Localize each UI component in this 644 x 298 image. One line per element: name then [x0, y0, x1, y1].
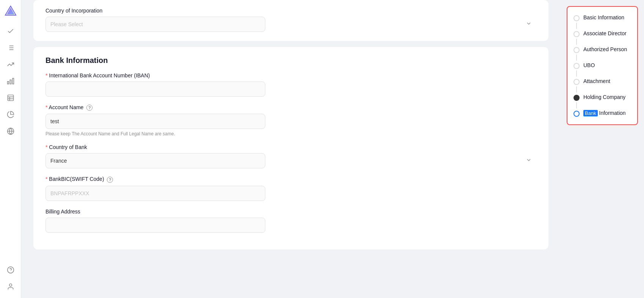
nav-radio-holding-company [573, 95, 580, 101]
form-area: Country of Incorporation Please Select B… [21, 0, 561, 298]
bank-information-card: Bank Information International Bank Acco… [33, 47, 548, 249]
nav-connector-6 [576, 102, 577, 108]
nav-label-attachment: Attachment [583, 78, 610, 84]
app-logo[interactable] [4, 5, 17, 18]
nav-item-ubo[interactable]: UBO [573, 61, 631, 71]
nav-item-bank-information[interactable]: Bank Information [573, 108, 631, 118]
account-name-help-icon[interactable]: ? [86, 105, 92, 111]
nav-radio-associate-director [573, 31, 580, 37]
account-name-field-group: Account Name ? Please keep The Account N… [45, 104, 536, 136]
bank-info-title: Bank Information [45, 56, 536, 65]
nav-label-associate-director: Associate Director [583, 30, 627, 36]
billing-address-label: Billing Address [45, 209, 536, 215]
nav-item-associate-director[interactable]: Associate Director [573, 29, 631, 39]
svg-rect-11 [8, 95, 13, 101]
country-bank-label: Country of Bank [45, 144, 536, 150]
country-bank-select-wrapper: France [45, 153, 536, 168]
country-bank-field-group: Country of Bank France [45, 144, 536, 168]
bic-field-group: BankBIC(SWIFT Code) ? [45, 176, 536, 201]
user-nav-icon[interactable] [4, 280, 17, 293]
svg-rect-8 [13, 78, 14, 84]
billing-address-field-group: Billing Address [45, 209, 536, 233]
nav-connector-1 [576, 23, 577, 29]
nav-item-holding-company[interactable]: Holding Company [573, 93, 631, 102]
nav-item-basic-info[interactable]: Basic Information [573, 13, 631, 23]
help-nav-icon[interactable] [4, 263, 17, 277]
nav-radio-attachment [573, 79, 580, 85]
iban-input[interactable] [45, 82, 265, 97]
nav-item-authorized-person[interactable]: Authorized Person [573, 45, 631, 55]
svg-rect-9 [10, 80, 11, 84]
nav-radio-basic-info [573, 15, 580, 21]
iban-field-group: International Bank Account Number (IBAN) [45, 72, 536, 97]
right-nav-card: Basic Information Associate Director Aut… [567, 6, 638, 125]
country-bank-select[interactable]: France [45, 153, 265, 168]
main-area: Country of Incorporation Please Select B… [21, 0, 644, 298]
nav-label-basic-info: Basic Information [583, 14, 624, 20]
country-incorporation-card: Country of Incorporation Please Select [33, 0, 548, 41]
country-incorporation-chevron-icon [526, 20, 532, 28]
check-nav-icon[interactable] [4, 24, 17, 38]
globe-nav-icon[interactable] [4, 124, 17, 138]
sidebar [0, 0, 21, 298]
nav-connector-5 [576, 86, 577, 93]
nav-radio-bank-information [573, 111, 580, 117]
nav-label-ubo: UBO [583, 62, 595, 68]
pie-chart-nav-icon[interactable] [4, 108, 17, 121]
nav-connector-2 [576, 39, 577, 45]
nav-label-authorized-person: Authorized Person [583, 46, 627, 52]
iban-label: International Bank Account Number (IBAN) [45, 72, 536, 78]
bic-help-icon[interactable]: ? [107, 177, 113, 183]
nav-connector-3 [576, 55, 577, 61]
right-nav-panel: Basic Information Associate Director Aut… [561, 0, 644, 298]
billing-address-input[interactable] [45, 218, 265, 233]
trending-nav-icon[interactable] [4, 58, 17, 71]
nav-radio-ubo [573, 63, 580, 69]
bic-input[interactable] [45, 186, 265, 201]
table-nav-icon[interactable] [4, 91, 17, 105]
nav-radio-authorized-person [573, 47, 580, 53]
bic-label: BankBIC(SWIFT Code) ? [45, 176, 536, 182]
account-name-hint: Please keep The Account Name and Full Le… [45, 131, 536, 136]
bar-chart-nav-icon[interactable] [4, 74, 17, 88]
nav-connector-4 [576, 71, 577, 77]
country-bank-chevron-icon [526, 157, 532, 165]
nav-label-holding-company: Holding Company [583, 94, 625, 100]
list-nav-icon[interactable] [4, 41, 17, 55]
country-incorporation-label: Country of Incorporation [45, 8, 536, 14]
country-incorporation-select-wrapper: Please Select [45, 17, 536, 32]
nav-item-attachment[interactable]: Attachment [573, 77, 631, 86]
nav-label-bank-information: Bank Information [583, 110, 626, 116]
account-name-label: Account Name ? [45, 104, 536, 111]
svg-point-19 [9, 284, 12, 287]
account-name-input[interactable] [45, 114, 265, 129]
country-incorporation-select[interactable]: Please Select [45, 17, 265, 32]
svg-rect-10 [7, 82, 8, 84]
